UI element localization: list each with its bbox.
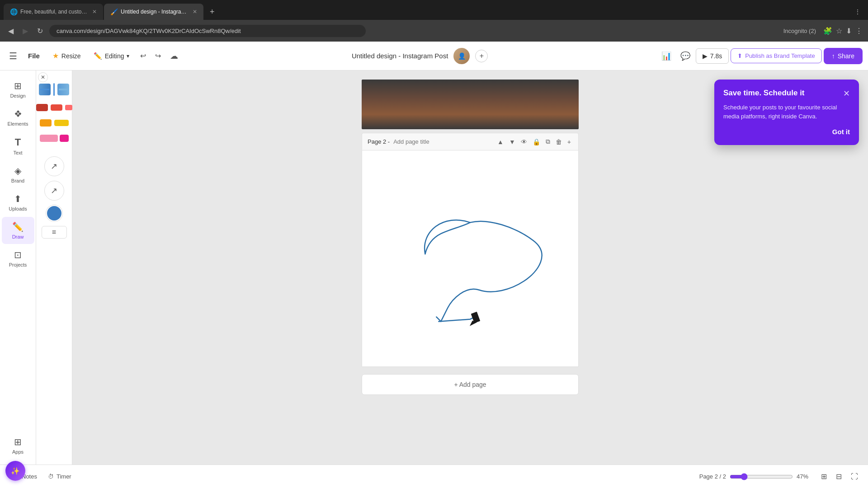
stroke-size-button[interactable]: ≡ (42, 226, 67, 239)
page-duplicate-button[interactable]: ⧉ (544, 136, 552, 147)
play-preview-button[interactable]: ▶ 7.8s (696, 48, 729, 64)
incognito-label: Incognito (2) (783, 28, 816, 34)
tab1-close[interactable]: ✕ (92, 9, 97, 15)
toast-description: Schedule your posts to your favourite so… (723, 103, 850, 121)
sidebar-item-elements[interactable]: ❖ Elements (2, 104, 34, 131)
bookmark-icon: ☆ (836, 27, 842, 35)
sidebar-item-uploads[interactable]: ⬆ Uploads (2, 189, 34, 216)
page2-canvas[interactable] (362, 150, 579, 367)
pen-swatch-pink-dark[interactable] (60, 135, 69, 142)
page-lock-button[interactable]: 🔒 (531, 136, 542, 147)
sidebar-item-label-brand: Brand (11, 178, 24, 183)
browser-tab-1[interactable]: 🌐 Free, beautiful, and customizab... ✕ (4, 4, 103, 20)
sidebar-item-projects[interactable]: ⊡ Projects (2, 245, 34, 272)
resize-button[interactable]: ★ Resize (47, 48, 86, 64)
analytics-button[interactable]: 📊 (658, 47, 675, 65)
chevron-down-icon: ▾ (127, 53, 129, 59)
pen-swatch-row (37, 81, 71, 98)
uploads-icon: ⬆ (14, 193, 22, 204)
schedule-toast: Save time. Schedule it ✕ Schedule your p… (714, 80, 859, 145)
tab1-favicon: 🌐 (10, 8, 18, 15)
page-delete-button[interactable]: 🗑 (554, 136, 564, 147)
pink-swatch-row (38, 133, 71, 144)
editing-button[interactable]: ✏️ Editing ▾ (88, 48, 135, 64)
tab2-title: Untitled design - Instagram Po... (121, 9, 190, 15)
editing-label: Editing (105, 52, 124, 60)
pen-swatch-blue[interactable] (39, 84, 51, 95)
redo-button[interactable]: ↪ (151, 48, 165, 64)
sidebar-item-label-uploads: Uploads (9, 206, 27, 211)
sidebar-item-label-draw: Draw (12, 234, 24, 239)
sidebar-item-label-projects: Projects (9, 262, 27, 267)
elements-icon: ❖ (14, 108, 22, 119)
pen-swatch-red-dark[interactable] (36, 104, 48, 111)
file-label: File (28, 52, 40, 60)
pen-swatch-yellow-bright[interactable] (54, 120, 69, 126)
sidebar-item-apps[interactable]: ⊞ Apps (2, 432, 34, 459)
pen-swatch-light-blue[interactable] (57, 84, 69, 95)
tab2-favicon: 🖌️ (110, 8, 118, 15)
publish-brand-button[interactable]: ⬆ Publish as Brand Template (731, 48, 821, 63)
page2-container: Page 2 - ▲ ▼ 👁 🔒 ⧉ 🗑 + (362, 133, 579, 367)
browser-menu-button[interactable]: ⋮ (855, 27, 863, 35)
color-picker-circle[interactable] (46, 205, 62, 221)
cloud-save-button[interactable]: ☁ (166, 47, 182, 65)
app-container: ☰ File ★ Resize ✏️ Editing ▾ ↩ ↪ ☁ Untit… (0, 42, 868, 488)
sidebar-item-design[interactable]: ⊞ Design (2, 76, 34, 103)
timer-button[interactable]: ⏱ Timer (43, 470, 76, 483)
tab2-close[interactable]: ✕ (193, 9, 197, 15)
sidebar-item-text[interactable]: T Text (2, 132, 34, 160)
share-icon: ↑ (832, 52, 835, 60)
page-more-button[interactable]: + (566, 136, 573, 147)
browser-navbar: ◀ ▶ ↻ Incognito (2) 🧩 ☆ ⬇ ⋮ (0, 20, 868, 42)
design-icon: ⊞ (14, 80, 22, 91)
drawing-canvas-svg (362, 150, 578, 366)
page-visibility-button[interactable]: 👁 (519, 136, 529, 147)
magic-button[interactable]: ✨ (5, 461, 25, 481)
add-page-button[interactable]: + Add page (362, 374, 579, 395)
grid-view-button[interactable]: ⊞ (818, 469, 830, 483)
pen-cursor-indicator (53, 83, 55, 96)
new-tab-button[interactable]: + (205, 5, 219, 19)
timer-icon: ⏱ (48, 473, 54, 480)
browser-tab-2[interactable]: 🖌️ Untitled design - Instagram Po... ✕ (104, 4, 203, 20)
comment-button[interactable]: 💬 (677, 47, 694, 65)
red-swatch-row (34, 102, 74, 113)
toast-close-button[interactable]: ✕ (843, 89, 850, 99)
file-button[interactable]: File (23, 48, 45, 63)
canvas-area: Page 2 - ▲ ▼ 👁 🔒 ⧉ 🗑 + (72, 70, 868, 465)
pen-swatch-pink-light[interactable] (40, 135, 58, 142)
zoom-slider[interactable] (730, 473, 793, 480)
bottombar: 📝 Notes ⏱ Timer Page 2 / 2 47% ⊞ ⊟ ⛶ (0, 465, 868, 488)
undo-button[interactable]: ↩ (137, 48, 150, 64)
share-button[interactable]: ↑ Share (824, 48, 863, 64)
address-bar[interactable] (49, 25, 366, 37)
add-collaborator-button[interactable]: + (475, 50, 488, 62)
sidebar-item-brand[interactable]: ◈ Brand (2, 161, 34, 188)
main-area: ⊞ Design ❖ Elements T Text ◈ Brand ⬆ Upl… (0, 70, 868, 465)
sidebar-item-draw[interactable]: ✏️ Draw (2, 217, 34, 244)
browser-controls: ⋮ (854, 8, 864, 15)
pen-swatch-red-light[interactable] (65, 105, 72, 110)
timer-label: Timer (57, 473, 71, 480)
nav-forward-button[interactable]: ▶ (20, 25, 31, 37)
download-icon: ⬇ (846, 27, 852, 35)
arrow-tool-button[interactable]: ↗ (44, 156, 64, 176)
pen-swatch-red-medium[interactable] (51, 104, 62, 111)
page-header-actions: ▲ ▼ 👁 🔒 ⧉ 🗑 + (495, 136, 573, 147)
resize-star-icon: ★ (52, 52, 59, 60)
pen-tool-button[interactable]: ↗ (44, 181, 64, 201)
draw-panel-close-button[interactable]: ✕ (38, 72, 48, 82)
fullscreen-button[interactable]: ⛶ (848, 470, 861, 483)
page-nav-up-button[interactable]: ▲ (495, 136, 505, 147)
toast-got-it-button[interactable]: Got it (832, 128, 850, 136)
pen-swatch-yellow-dark[interactable] (40, 119, 52, 127)
tile-view-button[interactable]: ⊟ (833, 469, 844, 483)
menu-button[interactable]: ☰ (5, 47, 21, 65)
resize-label: Resize (61, 52, 81, 60)
nav-back-button[interactable]: ◀ (5, 25, 16, 37)
nav-refresh-button[interactable]: ↻ (34, 25, 46, 37)
sidebar-item-label-design: Design (10, 93, 25, 99)
page-title-input[interactable] (393, 138, 492, 145)
page-nav-down-button[interactable]: ▼ (507, 136, 517, 147)
